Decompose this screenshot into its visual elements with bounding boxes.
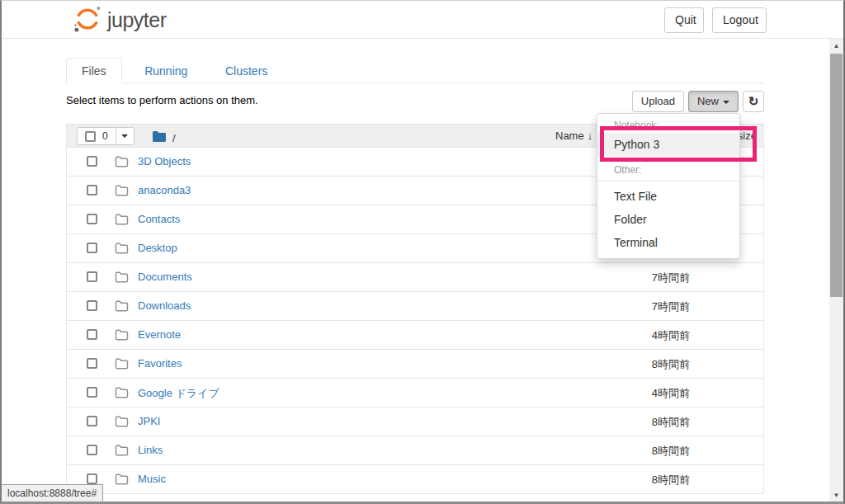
status-url-tooltip: localhost:8888/tree# bbox=[2, 484, 103, 502]
last-modified-value: 8時間前 bbox=[652, 444, 690, 459]
folder-icon bbox=[115, 271, 129, 285]
folder-icon bbox=[115, 185, 129, 199]
folder-icon bbox=[115, 358, 129, 372]
new-dropdown-menu: Notebook: Python 3 Other: Text File Fold… bbox=[597, 113, 740, 259]
row-checkbox[interactable] bbox=[87, 358, 97, 369]
last-modified-value: 8時間前 bbox=[652, 415, 690, 430]
selected-count: 0 bbox=[102, 130, 108, 142]
sort-by-name-button[interactable]: Name↓ bbox=[555, 130, 592, 142]
menu-divider bbox=[598, 181, 739, 181]
row-checkbox[interactable] bbox=[87, 156, 97, 167]
file-link[interactable]: anaconda3 bbox=[138, 184, 191, 196]
file-link[interactable]: JPKI bbox=[138, 415, 160, 427]
select-all-group: 0 bbox=[77, 127, 135, 145]
folder-icon bbox=[115, 214, 129, 228]
top-bar: jupyter Quit Logout bbox=[2, 1, 843, 39]
quit-button[interactable]: Quit bbox=[664, 7, 704, 33]
file-link[interactable]: Music bbox=[138, 473, 166, 485]
row-checkbox[interactable] bbox=[87, 329, 97, 340]
file-link[interactable]: Documents bbox=[138, 271, 192, 283]
row-checkbox[interactable] bbox=[87, 185, 97, 195]
folder-icon bbox=[115, 300, 129, 314]
last-modified-value: 7時間前 bbox=[652, 299, 690, 314]
menu-item-terminal[interactable]: Terminal bbox=[597, 231, 739, 254]
select-items-info: Select items to perform actions on them. bbox=[66, 94, 258, 106]
caret-down-icon bbox=[121, 134, 128, 138]
menu-item-folder[interactable]: Folder bbox=[597, 208, 739, 231]
refresh-button[interactable]: ↻ bbox=[743, 91, 764, 112]
file-link[interactable]: Downloads bbox=[138, 299, 191, 312]
file-link[interactable]: Links bbox=[138, 444, 163, 456]
breadcrumb-path: / bbox=[172, 132, 176, 144]
file-link[interactable]: 3D Objects bbox=[138, 155, 191, 167]
row-checkbox[interactable] bbox=[87, 271, 97, 282]
select-dropdown-button[interactable] bbox=[116, 127, 135, 145]
folder-icon bbox=[115, 416, 129, 430]
row-checkbox[interactable] bbox=[87, 416, 97, 426]
breadcrumb: / bbox=[152, 130, 176, 145]
file-link[interactable]: Favorites bbox=[138, 357, 182, 370]
select-all-button[interactable]: 0 bbox=[77, 127, 116, 145]
jupyter-logo-text: jupyter bbox=[107, 8, 167, 32]
table-row: JPKI 8時間前 bbox=[67, 407, 763, 436]
menu-section-notebook: Notebook: bbox=[597, 118, 739, 133]
last-modified-value: 4時間前 bbox=[652, 386, 690, 401]
file-link[interactable]: Evernote bbox=[138, 328, 181, 341]
menu-item-python3[interactable]: Python 3 bbox=[597, 133, 739, 156]
folder-icon bbox=[115, 329, 129, 343]
table-row: Documents 7時間前 bbox=[67, 263, 763, 292]
tab-bar: Files Running Clusters bbox=[66, 58, 764, 83]
table-row: Downloads 7時間前 bbox=[67, 292, 763, 321]
scroll-down-button[interactable]: ▼ bbox=[829, 488, 843, 502]
folder-icon bbox=[115, 156, 129, 170]
menu-section-other: Other: bbox=[597, 163, 739, 177]
select-all-checkbox[interactable] bbox=[85, 131, 96, 142]
tab-running[interactable]: Running bbox=[130, 59, 202, 84]
folder-icon bbox=[115, 243, 129, 257]
last-modified-value: 4時間前 bbox=[652, 328, 690, 343]
file-link[interactable]: Contacts bbox=[138, 213, 180, 225]
file-link[interactable]: Google ドライブ bbox=[138, 386, 220, 401]
main-content: Files Running Clusters Select items to p… bbox=[66, 40, 764, 502]
jupyter-tree-window: jupyter Quit Logout Files Running Cluste… bbox=[0, 0, 845, 504]
row-checkbox[interactable] bbox=[87, 387, 97, 398]
tab-files[interactable]: Files bbox=[66, 58, 122, 83]
row-checkbox[interactable] bbox=[87, 473, 97, 484]
last-modified-value: 8時間前 bbox=[652, 357, 690, 372]
jupyter-logo[interactable]: jupyter bbox=[73, 4, 167, 36]
tab-clusters[interactable]: Clusters bbox=[210, 59, 282, 84]
sort-arrow-down-icon: ↓ bbox=[588, 130, 593, 142]
new-dropdown-button[interactable]: New bbox=[688, 91, 739, 112]
menu-gap bbox=[597, 156, 739, 163]
upload-button[interactable]: Upload bbox=[632, 91, 684, 112]
row-checkbox[interactable] bbox=[87, 214, 97, 224]
scroll-up-button[interactable]: ▲ bbox=[829, 39, 843, 53]
vertical-scrollbar[interactable]: ▲ ▼ bbox=[829, 39, 843, 502]
jupyter-logo-icon bbox=[73, 4, 102, 36]
table-row: Links 8時間前 bbox=[67, 436, 763, 465]
last-modified-value: 7時間前 bbox=[652, 271, 690, 285]
action-toolbar: Upload New ↻ bbox=[632, 91, 764, 112]
menu-item-text-file[interactable]: Text File bbox=[597, 185, 739, 208]
last-modified-value: 8時間前 bbox=[652, 473, 690, 488]
row-checkbox[interactable] bbox=[87, 300, 97, 311]
refresh-icon: ↻ bbox=[748, 94, 759, 108]
folder-icon bbox=[115, 445, 129, 459]
folder-icon bbox=[115, 387, 129, 401]
table-row: Favorites 8時間前 bbox=[67, 350, 763, 379]
row-checkbox[interactable] bbox=[87, 243, 97, 253]
table-row: Music 8時間前 bbox=[67, 465, 763, 494]
scrollbar-thumb[interactable] bbox=[830, 54, 843, 297]
row-checkbox[interactable] bbox=[87, 445, 97, 455]
table-row: Google ドライブ 4時間前 bbox=[67, 379, 763, 407]
file-link[interactable]: Desktop bbox=[138, 242, 177, 254]
home-folder-icon[interactable] bbox=[152, 130, 167, 145]
folder-icon bbox=[115, 473, 129, 488]
caret-down-icon bbox=[723, 101, 729, 104]
table-row: Evernote 4時間前 bbox=[67, 321, 763, 350]
logout-button[interactable]: Logout bbox=[712, 7, 767, 33]
